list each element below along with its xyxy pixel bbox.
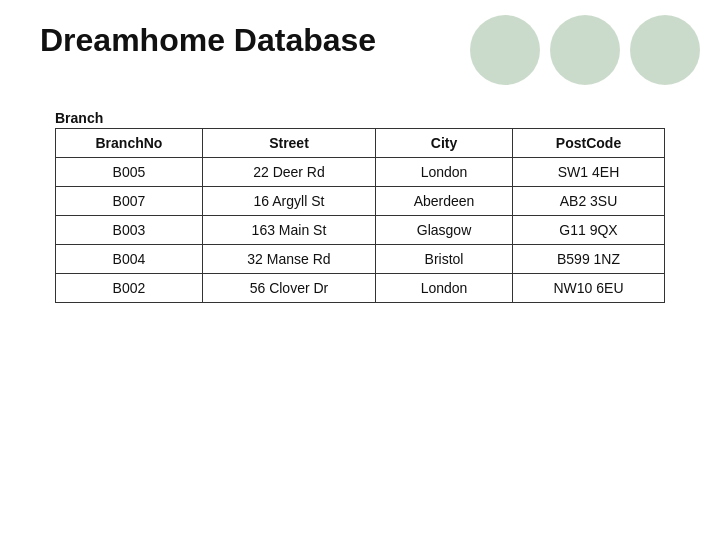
content-area: Branch BranchNo Street City PostCode B00…: [55, 110, 665, 303]
table-row: B00256 Clover DrLondonNW10 6EU: [56, 274, 665, 303]
cell-city: Glasgow: [376, 216, 513, 245]
page-title: Dreamhome Database: [40, 22, 376, 59]
cell-postcode: B599 1NZ: [513, 245, 665, 274]
cell-branchno: B007: [56, 187, 203, 216]
cell-branchno: B003: [56, 216, 203, 245]
cell-street: 56 Clover Dr: [202, 274, 375, 303]
table-row: B003163 Main StGlasgowG11 9QX: [56, 216, 665, 245]
table-row: B00522 Deer RdLondonSW1 4EH: [56, 158, 665, 187]
cell-city: Aberdeen: [376, 187, 513, 216]
cell-postcode: AB2 3SU: [513, 187, 665, 216]
col-header-postcode: PostCode: [513, 129, 665, 158]
table-header-row: BranchNo Street City PostCode: [56, 129, 665, 158]
circle-3: [630, 15, 700, 85]
cell-street: 32 Manse Rd: [202, 245, 375, 274]
cell-street: 16 Argyll St: [202, 187, 375, 216]
table-section-label: Branch: [55, 110, 665, 126]
col-header-street: Street: [202, 129, 375, 158]
col-header-city: City: [376, 129, 513, 158]
cell-postcode: SW1 4EH: [513, 158, 665, 187]
table-row: B00432 Manse RdBristolB599 1NZ: [56, 245, 665, 274]
cell-street: 163 Main St: [202, 216, 375, 245]
decorative-circles: [450, 0, 720, 100]
cell-city: London: [376, 274, 513, 303]
cell-city: London: [376, 158, 513, 187]
cell-city: Bristol: [376, 245, 513, 274]
cell-branchno: B004: [56, 245, 203, 274]
branch-table: BranchNo Street City PostCode B00522 Dee…: [55, 128, 665, 303]
cell-postcode: NW10 6EU: [513, 274, 665, 303]
cell-branchno: B002: [56, 274, 203, 303]
table-row: B00716 Argyll StAberdeenAB2 3SU: [56, 187, 665, 216]
cell-street: 22 Deer Rd: [202, 158, 375, 187]
col-header-branchno: BranchNo: [56, 129, 203, 158]
circle-2: [550, 15, 620, 85]
cell-branchno: B005: [56, 158, 203, 187]
cell-postcode: G11 9QX: [513, 216, 665, 245]
circle-1: [470, 15, 540, 85]
